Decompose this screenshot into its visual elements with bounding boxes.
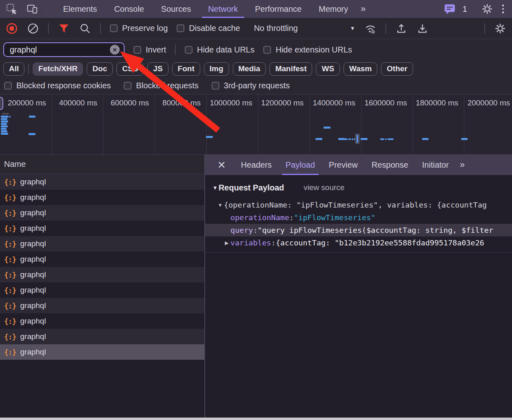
timeline-handle[interactable] — [0, 97, 3, 110]
waterfall-bar — [1, 120, 8, 122]
payload-line[interactable]: ▼{operationName: "ipFlowTimeseries", var… — [205, 199, 512, 211]
request-row[interactable]: {:}graphql — [0, 267, 204, 282]
request-payload-title[interactable]: Request Payload — [219, 183, 284, 192]
disable-cache-checkbox[interactable] — [177, 24, 184, 32]
chip-manifest[interactable]: Manifest — [269, 62, 312, 76]
import-har-icon[interactable] — [395, 22, 407, 35]
payload-token: "query ipFlowTimeseries($accountTag: str… — [258, 226, 493, 234]
expand-triangle-icon[interactable]: ▶ — [223, 240, 230, 246]
chip-wasm[interactable]: Wasm — [344, 62, 377, 76]
view-source-link[interactable]: view source — [304, 183, 344, 192]
clear-network-log-button[interactable] — [27, 22, 39, 35]
hide-extension-urls-checkbox[interactable] — [263, 46, 271, 54]
details-tab-preview[interactable]: Preview — [322, 155, 365, 175]
request-name: graphql — [20, 348, 46, 357]
clear-filter-icon[interactable]: × — [110, 45, 120, 55]
timeline-tick-label: 1800000 ms — [416, 98, 458, 107]
request-name: graphql — [20, 317, 46, 326]
request-row[interactable]: {:}graphql — [0, 236, 204, 252]
chip-other[interactable]: Other — [381, 62, 413, 76]
request-name: graphql — [20, 301, 46, 310]
tab-network[interactable]: Network — [199, 0, 246, 18]
request-row[interactable]: {:}graphql — [0, 344, 204, 360]
expand-triangle-icon[interactable]: ▼ — [217, 202, 224, 208]
chip-doc[interactable]: Doc — [87, 62, 113, 76]
details-tab-response[interactable]: Response — [365, 155, 415, 175]
hide-data-urls-label: Hide data URLs — [197, 45, 254, 55]
details-tabs: HeadersPayloadPreviewResponseInitiator — [234, 155, 456, 175]
request-row[interactable]: {:}graphql — [0, 221, 204, 236]
waterfall-bar — [324, 127, 330, 129]
inspect-element-icon[interactable] — [6, 3, 18, 15]
search-icon[interactable] — [79, 22, 91, 35]
payload-token: {accountTag: "b12e3b2192ee5588fdad995178… — [276, 238, 484, 247]
tab-sources[interactable]: Sources — [153, 0, 199, 18]
payload-token: : — [253, 226, 258, 234]
chip-all[interactable]: All — [3, 62, 24, 76]
request-row[interactable]: {:}graphql — [0, 298, 204, 313]
tab-console[interactable]: Console — [105, 0, 152, 18]
chip-ws[interactable]: WS — [316, 62, 340, 76]
-rd-party-requests-checkbox[interactable] — [212, 82, 219, 90]
preserve-log-checkbox[interactable] — [110, 24, 118, 32]
payload-tree: ▼{operationName: "ipFlowTimeseries", var… — [205, 199, 512, 253]
chip-fetch-xhr[interactable]: Fetch/XHR — [33, 62, 83, 76]
network-settings-gear-icon[interactable] — [494, 22, 506, 35]
more-details-tabs-button[interactable]: » — [456, 155, 468, 175]
request-row[interactable]: {:}graphql — [0, 282, 204, 298]
payload-line[interactable]: query: "query ipFlowTimeseries($accountT… — [205, 224, 512, 236]
device-toolbar-icon[interactable] — [26, 3, 38, 15]
hide-data-urls-checkbox[interactable] — [185, 46, 193, 54]
filter-text-field[interactable] — [10, 45, 110, 55]
details-tab-headers[interactable]: Headers — [234, 155, 279, 175]
chip-css[interactable]: CSS — [116, 62, 144, 76]
chip-font[interactable]: Font — [172, 62, 200, 76]
settings-gear-icon[interactable] — [481, 3, 493, 15]
blocked-requests-checkbox[interactable] — [124, 82, 131, 90]
waterfall-bar — [380, 138, 384, 140]
request-row[interactable]: {:}graphql — [0, 313, 204, 329]
filter-funnel-icon[interactable] — [58, 22, 70, 35]
more-options-menu-icon[interactable] — [500, 4, 507, 13]
devtools-tab-strip: ElementsConsoleSourcesNetworkPerformance… — [0, 0, 512, 18]
blocked-response-cookies-checkbox[interactable] — [4, 82, 12, 90]
waterfall-bar — [1, 116, 9, 118]
close-details-icon[interactable]: ✕ — [212, 155, 231, 175]
network-overview-timeline[interactable]: 200000 ms400000 ms600000 ms800000 ms1000… — [0, 94, 512, 155]
timeline-gridline — [103, 94, 103, 154]
chip-js[interactable]: JS — [147, 62, 168, 76]
checkbox-label: Blocked requests — [136, 81, 198, 90]
filter-input[interactable]: × — [3, 42, 125, 57]
request-row[interactable]: {:}graphql — [0, 174, 204, 190]
request-row[interactable]: {:}graphql — [0, 190, 204, 205]
export-har-icon[interactable] — [416, 22, 429, 35]
issues-icon[interactable] — [444, 3, 456, 15]
payload-view: ▼ Request Payload view source ▼{operatio… — [205, 175, 512, 253]
json-file-icon: {:} — [4, 348, 16, 357]
throttling-select[interactable]: No throttling ▼ — [254, 24, 355, 33]
timeline-tick-label: 200000 ms — [8, 98, 46, 107]
network-conditions-icon[interactable] — [364, 22, 376, 35]
blocked-filter: Blocked response cookies — [4, 81, 111, 90]
tab-performance[interactable]: Performance — [247, 0, 311, 18]
request-row[interactable]: {:}graphql — [0, 252, 204, 267]
tab-elements[interactable]: Elements — [55, 0, 105, 18]
payload-line[interactable]: ▶variables: {accountTag: "b12e3b2192ee55… — [205, 236, 512, 249]
payload-line[interactable]: operationName: "ipFlowTimeseries" — [205, 211, 512, 224]
invert-checkbox[interactable] — [133, 46, 141, 54]
record-network-log-button[interactable] — [6, 22, 18, 35]
json-file-icon: {:} — [4, 271, 16, 279]
request-row[interactable]: {:}graphql — [0, 329, 204, 344]
timeline-gridline — [309, 94, 310, 154]
collapse-triangle-icon[interactable]: ▼ — [212, 185, 218, 191]
details-tab-initiator[interactable]: Initiator — [415, 155, 456, 175]
name-column-header[interactable]: Name — [0, 155, 204, 174]
request-name: graphql — [20, 177, 46, 186]
tab-memory[interactable]: Memory — [310, 0, 357, 18]
chip-img[interactable]: Img — [204, 62, 229, 76]
request-row[interactable]: {:}graphql — [0, 205, 204, 221]
payload-token: : — [289, 213, 294, 222]
details-tab-payload[interactable]: Payload — [279, 155, 322, 175]
chip-media[interactable]: Media — [233, 62, 266, 76]
more-tabs-button[interactable]: » — [357, 0, 368, 18]
